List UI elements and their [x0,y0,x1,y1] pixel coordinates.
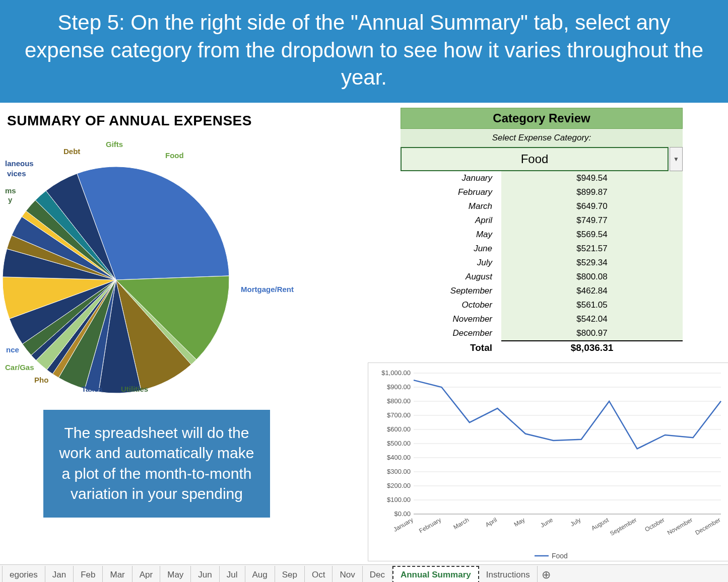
right-panel: Category Review Select Expense Category:… [363,108,725,561]
pie-label-debt: Debt [63,147,80,156]
category-prompt: Select Expense Category: [401,129,683,147]
sheet-tab[interactable]: Feb [74,566,103,582]
sheet-tab[interactable]: Aug [245,566,275,582]
sheet-tab[interactable]: Apr [133,566,160,582]
x-tick-label: May [513,516,526,528]
y-tick-label: $1,000.00 [381,369,411,377]
month-value: $542.04 [501,312,683,326]
pie-chart-title: SUMMARY OF ANNUAL EXPENSES [7,113,363,129]
y-tick-label: $0.00 [394,510,411,518]
x-tick-label: March [452,516,471,531]
x-tick-label: April [484,516,498,528]
chevron-down-icon: ▼ [673,156,679,163]
y-tick-label: $400.00 [387,454,411,461]
sheet-tab[interactable]: Dec [363,566,392,582]
total-label: Total [401,342,501,353]
month-value: $649.70 [501,199,683,213]
pie-label-gifts: Gifts [106,140,123,149]
category-table: JanuaryFebruaryMarchAprilMayJuneJulyAugu… [401,171,683,341]
month-value: $462.84 [501,284,683,298]
line-series [414,380,721,449]
pie-label-vices: vices [7,169,26,178]
month-label: December [401,326,492,340]
left-panel: SUMMARY OF ANNUAL EXPENSES Debt Gifts Fo… [0,108,363,561]
month-value: $749.77 [501,213,683,228]
month-value: $800.97 [501,326,683,340]
plus-icon: ⊕ [542,568,551,581]
month-label: April [401,213,492,228]
sheet-tab[interactable]: egories [2,566,45,582]
x-tick-label: October [644,516,666,533]
sheet-tab[interactable]: Sep [275,566,305,582]
x-tick-label: June [539,516,554,529]
x-tick-label: July [569,516,582,528]
month-label: May [401,228,492,242]
sheet-tab[interactable]: Jul [220,566,245,582]
sheet-tab-bar: egoriesJanFebMarAprMayJunJulAugSepOctNov… [0,564,728,582]
y-tick-label: $700.00 [387,411,411,419]
month-value: $949.54 [501,171,683,185]
x-tick-label: September [609,516,638,537]
x-tick-label: November [666,516,694,536]
add-sheet-button[interactable]: ⊕ [538,568,555,581]
x-tick-label: February [418,516,442,534]
month-label: November [401,312,492,326]
pie-label-cargas: Car/Gas [5,363,34,372]
pie-label-utilities: Utilities [121,385,148,393]
y-tick-label: $500.00 [387,440,411,447]
month-label: June [401,242,492,256]
month-label: October [401,298,492,312]
dropdown-arrow-button[interactable]: ▼ [670,147,683,171]
pie-label-phone: Pho [34,376,48,384]
pie-label-laneous: laneous [5,159,34,168]
line-chart: $0.00$100.00$200.00$300.00$400.00$500.00… [368,362,728,561]
pie-label-taxes: Taxes [82,385,102,393]
sheet-tab[interactable]: Mar [103,566,132,582]
month-label: August [401,270,492,284]
month-label: July [401,256,492,270]
y-tick-label: $800.00 [387,397,411,405]
sheet-tab[interactable]: May [160,566,191,582]
x-tick-label: December [694,516,722,536]
category-total-row: Total $8,036.31 [401,342,683,353]
pie-label-mortgage: Mortgage/Rent [241,285,294,294]
month-label: September [401,284,492,298]
pie-label-y: y [8,195,12,204]
sheet-tab[interactable]: Jan [45,566,74,582]
month-label: February [401,185,492,199]
y-tick-label: $900.00 [387,383,411,391]
pie-chart: Debt Gifts Food Mortgage/Rent Utilities … [0,134,267,416]
svg-text:Food: Food [552,552,568,560]
month-label: January [401,171,492,185]
month-value: $899.87 [501,185,683,199]
y-tick-label: $300.00 [387,468,411,475]
y-tick-label: $600.00 [387,425,411,433]
y-tick-label: $100.00 [387,496,411,503]
sheet-tab[interactable]: Annual Summary [392,566,479,582]
sheet-tab[interactable]: Jun [191,566,219,582]
category-review-header: Category Review [401,108,683,129]
sheet-tab[interactable]: Nov [333,566,362,582]
month-value: $569.54 [501,228,683,242]
pie-label-food: Food [165,151,184,160]
pie-label-nce: nce [6,345,19,354]
sheet-tab[interactable]: Instructions [479,566,538,582]
y-tick-label: $200.00 [387,482,411,489]
category-review-panel: Category Review Select Expense Category:… [401,108,683,353]
total-value: $8,036.31 [501,342,683,353]
category-dropdown[interactable]: Food [401,147,669,171]
month-value: $529.34 [501,256,683,270]
x-tick-label: August [590,516,610,532]
main-content: SUMMARY OF ANNUAL EXPENSES Debt Gifts Fo… [0,103,728,561]
pie-label-ms: ms [5,186,16,195]
sheet-tab[interactable]: Oct [305,566,333,582]
instruction-banner: Step 5: On the right side of the "Annual… [0,0,728,103]
month-value: $561.05 [501,298,683,312]
month-value: $521.57 [501,242,683,256]
chart-legend: Food [535,552,568,560]
callout-box: The spreadsheet will do the work and aut… [43,410,270,518]
month-value: $800.08 [501,270,683,284]
month-label: March [401,199,492,213]
x-tick-label: January [392,516,415,533]
